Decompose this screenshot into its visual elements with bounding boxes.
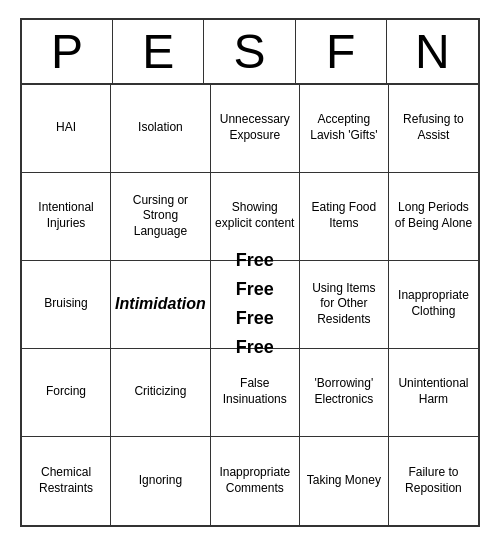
header-cell-s: S — [204, 20, 295, 83]
bingo-cell-21: Ignoring — [111, 437, 211, 525]
bingo-cell-20: Chemical Restraints — [22, 437, 111, 525]
bingo-cell-5: Intentional Injuries — [22, 173, 111, 261]
bingo-cell-0: HAI — [22, 85, 111, 173]
bingo-card: PESFN HAIIsolationUnnecessary ExposureAc… — [20, 18, 480, 527]
bingo-cell-19: Unintentional Harm — [389, 349, 478, 437]
bingo-cell-12: FreeFreeFreeFree — [211, 261, 300, 349]
bingo-cell-1: Isolation — [111, 85, 211, 173]
bingo-cell-24: Failure to Reposition — [389, 437, 478, 525]
bingo-grid: HAIIsolationUnnecessary ExposureAcceptin… — [22, 85, 478, 525]
header-cell-n: N — [387, 20, 478, 83]
header-row: PESFN — [22, 20, 478, 85]
bingo-cell-15: Forcing — [22, 349, 111, 437]
header-cell-e: E — [113, 20, 204, 83]
header-cell-f: F — [296, 20, 387, 83]
bingo-cell-23: Taking Money — [300, 437, 389, 525]
bingo-cell-13: Using Items for Other Residents — [300, 261, 389, 349]
bingo-cell-18: 'Borrowing' Electronics — [300, 349, 389, 437]
bingo-cell-10: Bruising — [22, 261, 111, 349]
bingo-cell-4: Refusing to Assist — [389, 85, 478, 173]
bingo-cell-6: Cursing or Strong Language — [111, 173, 211, 261]
bingo-cell-3: Accepting Lavish 'Gifts' — [300, 85, 389, 173]
bingo-cell-17: False Insinuations — [211, 349, 300, 437]
header-cell-p: P — [22, 20, 113, 83]
bingo-cell-14: Inappropriate Clothing — [389, 261, 478, 349]
bingo-cell-9: Long Periods of Being Alone — [389, 173, 478, 261]
bingo-cell-22: Inappropriate Comments — [211, 437, 300, 525]
bingo-cell-16: Criticizing — [111, 349, 211, 437]
bingo-cell-8: Eating Food Items — [300, 173, 389, 261]
bingo-cell-11: Intimidation — [111, 261, 211, 349]
bingo-cell-2: Unnecessary Exposure — [211, 85, 300, 173]
